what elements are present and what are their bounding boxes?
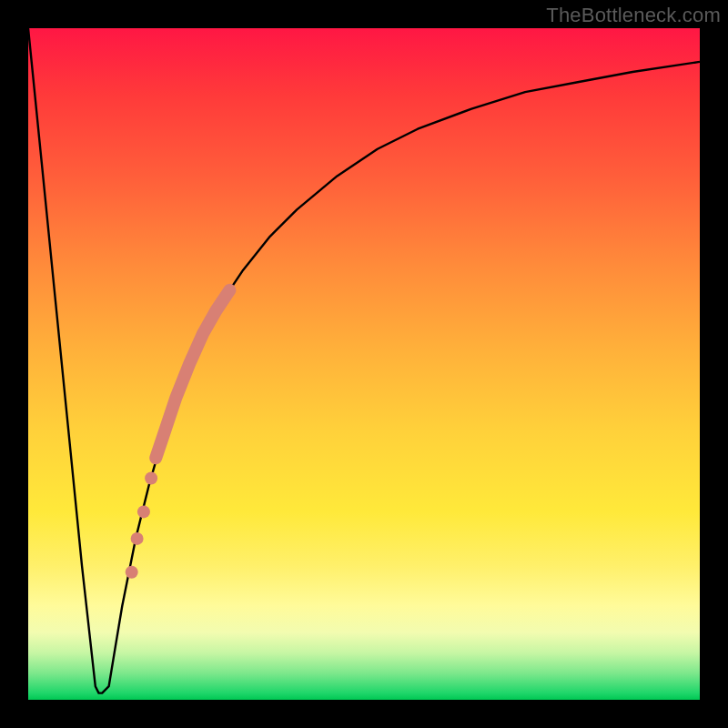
highlight-dot xyxy=(145,472,157,485)
chart-frame: TheBottleneck.com xyxy=(0,0,728,728)
watermark-text: TheBottleneck.com xyxy=(546,4,721,27)
highlight-dot xyxy=(137,505,150,518)
chart-svg xyxy=(28,28,700,700)
highlight-dot xyxy=(131,532,144,545)
plot-area xyxy=(28,28,700,700)
bottleneck-curve xyxy=(28,28,700,693)
highlight-segment xyxy=(156,290,229,459)
highlight-dot xyxy=(126,566,138,579)
